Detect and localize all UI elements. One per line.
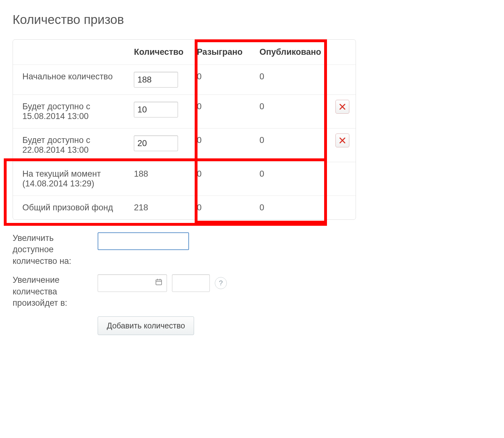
quantity-input[interactable] bbox=[134, 135, 178, 151]
row-published: 0 bbox=[253, 65, 328, 95]
row-quantity: 218 bbox=[128, 196, 191, 220]
prizes-table: Количество Разыграно Опубликовано Началь… bbox=[13, 39, 356, 220]
row-quantity: 188 bbox=[128, 162, 191, 196]
help-icon[interactable]: ? bbox=[215, 277, 227, 289]
delete-row-button[interactable] bbox=[335, 134, 349, 147]
row-label: На текущий момент (14.08.2014 13:29) bbox=[13, 162, 128, 196]
close-icon bbox=[338, 103, 346, 111]
row-drawn: 0 bbox=[191, 162, 253, 196]
quantity-input[interactable] bbox=[134, 72, 178, 88]
row-published: 0 bbox=[253, 128, 328, 162]
col-header-actions bbox=[327, 40, 356, 65]
col-header-quantity: Количество bbox=[128, 40, 191, 65]
increase-time-input[interactable] bbox=[172, 274, 210, 292]
row-published: 0 bbox=[253, 196, 328, 220]
row-label: Будет доступно с 15.08.2014 13:00 bbox=[13, 95, 128, 128]
table-row: Будет доступно с 15.08.2014 13:00 0 0 bbox=[13, 95, 356, 128]
row-drawn: 0 bbox=[191, 128, 253, 162]
row-label: Начальное количество bbox=[13, 65, 128, 95]
table-header-row: Количество Разыграно Опубликовано bbox=[13, 40, 356, 65]
quantity-input[interactable] bbox=[134, 102, 178, 117]
col-header-label bbox=[13, 40, 128, 65]
row-label: Будет доступно с 22.08.2014 13:00 bbox=[13, 128, 128, 162]
increase-amount-input[interactable] bbox=[98, 232, 189, 250]
add-quantity-button[interactable]: Добавить количество bbox=[98, 316, 194, 335]
increase-schedule-label: Увеличение количества произойдет в: bbox=[13, 274, 98, 309]
close-icon bbox=[338, 136, 346, 145]
col-header-drawn: Разыграно bbox=[191, 40, 253, 65]
table-row: Будет доступно с 22.08.2014 13:00 0 0 bbox=[13, 128, 356, 162]
row-published: 0 bbox=[253, 162, 328, 196]
row-drawn: 0 bbox=[191, 95, 253, 128]
increase-amount-label: Увеличить доступное количество на: bbox=[13, 232, 98, 267]
row-published: 0 bbox=[253, 95, 328, 128]
increase-date-input[interactable] bbox=[98, 274, 167, 292]
table-row: На текущий момент (14.08.2014 13:29) 188… bbox=[13, 162, 356, 196]
section-title: Количество призов bbox=[13, 13, 491, 27]
row-label: Общий призовой фонд bbox=[13, 196, 128, 220]
row-drawn: 0 bbox=[191, 196, 253, 220]
table-row: Начальное количество 0 0 bbox=[13, 65, 356, 95]
delete-row-button[interactable] bbox=[335, 100, 349, 114]
col-header-published: Опубликовано bbox=[253, 40, 328, 65]
table-row: Общий призовой фонд 218 0 0 bbox=[13, 196, 356, 220]
row-drawn: 0 bbox=[191, 65, 253, 95]
